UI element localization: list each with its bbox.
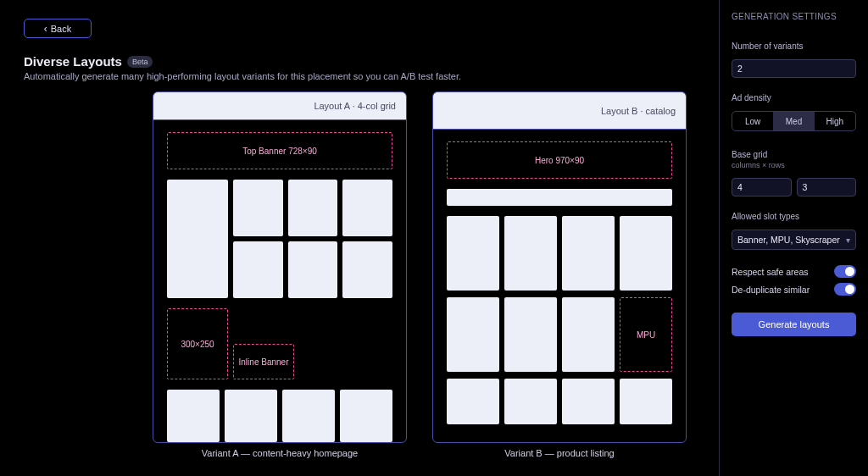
content-block [447, 379, 499, 424]
content-block [504, 297, 557, 372]
beta-badge: Beta [127, 56, 153, 68]
chevron-down-icon: ▾ [846, 235, 850, 245]
settings-panel: Generation settings Number of variants 2… [719, 0, 868, 476]
content-block [233, 180, 283, 236]
back-button[interactable]: ‹ Back [24, 19, 92, 38]
content-block [342, 180, 392, 236]
slot-types-label: Allowed slot types [732, 212, 856, 221]
content-block [620, 216, 672, 291]
content-block [342, 241, 392, 298]
content-block [282, 390, 335, 442]
content-block [562, 379, 615, 424]
content-block [562, 216, 615, 291]
ad-slot-side-mpu[interactable]: 300×250 [167, 308, 228, 379]
content-block [167, 390, 220, 442]
content-block [447, 216, 499, 291]
ad-slot-mpu-inline[interactable]: MPU [620, 297, 672, 372]
layout-card-a-caption: Variant A — content-heavy homepage [153, 448, 407, 458]
density-option-med[interactable]: Med [773, 112, 814, 130]
content-block [233, 241, 283, 298]
content-block [504, 379, 557, 424]
density-segmented: Low Med High [732, 111, 856, 131]
dedupe-label: De-duplicate similar [732, 285, 810, 295]
back-label: Back [51, 24, 71, 34]
content-block [225, 390, 277, 442]
page-description: Automatically generate many high-perform… [24, 71, 461, 81]
ad-slot-top-banner[interactable]: Top Banner 728×90 [167, 132, 392, 169]
content-block [562, 297, 615, 372]
density-option-high[interactable]: High [815, 112, 855, 130]
variants-input[interactable]: 2 [732, 59, 856, 78]
chevron-left-icon: ‹ [44, 24, 47, 34]
density-label: Ad density [732, 93, 856, 102]
layout-card-b-header: Layout B · catalog [433, 92, 686, 130]
content-block [447, 297, 499, 372]
content-block-nav [447, 189, 672, 206]
content-block [620, 379, 672, 424]
grid-cols-input[interactable]: 4 [732, 178, 792, 196]
layout-card-a-header: Layout A · 4-col grid [153, 92, 406, 120]
grid-rows-input[interactable]: 3 [797, 178, 857, 196]
layout-card-b[interactable]: Layout B · catalog Hero 970×90 [432, 91, 687, 443]
respect-safe-label: Respect safe areas [732, 267, 808, 277]
settings-category-label: Generation settings [732, 12, 856, 21]
content-block [288, 241, 338, 298]
content-block [167, 180, 228, 298]
ad-slot-inline-banner[interactable]: Inline Banner [233, 344, 294, 379]
ad-slot-hero-banner[interactable]: Hero 970×90 [447, 141, 672, 179]
content-block [288, 180, 338, 236]
dedupe-toggle[interactable] [834, 283, 856, 296]
variants-label: Number of variants [732, 42, 856, 51]
page-title: Diverse Layouts [24, 54, 122, 69]
respect-safe-toggle[interactable] [834, 265, 856, 278]
density-option-low[interactable]: Low [732, 112, 773, 130]
slot-types-select[interactable]: Banner, MPU, Skyscraper ▾ [732, 230, 856, 250]
layout-card-a[interactable]: Layout A · 4-col grid Top Banner 728×90 [153, 91, 407, 443]
content-block [340, 390, 392, 442]
layout-card-b-caption: Variant B — product listing [432, 448, 687, 458]
grid-label: Base grid columns × rows [732, 150, 856, 169]
generate-button[interactable]: Generate layouts [732, 313, 856, 336]
content-block [504, 216, 557, 291]
